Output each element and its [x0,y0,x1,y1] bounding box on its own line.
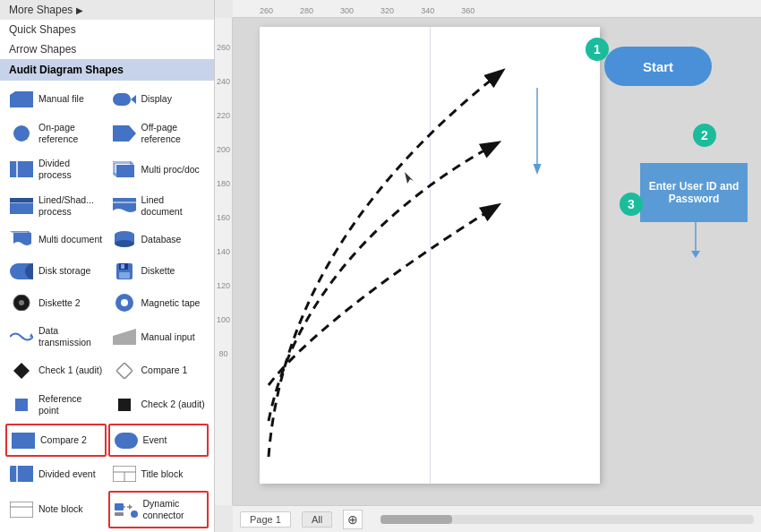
shape-title-block[interactable]: Title block [108,459,209,488]
shape-display[interactable]: Display [108,84,209,114]
shape-off-page-ref[interactable]: Off-page reference [108,116,209,150]
svg-marker-50 [405,172,414,184]
canvas-main[interactable]: Start 1 2 Enter User ID and Password 3 [233,18,761,505]
svg-rect-33 [118,399,131,411]
title-block-label: Title block [141,468,184,480]
all-tab[interactable]: All [302,511,332,528]
shape-compare1[interactable]: Compare 1 [108,356,209,385]
shape-disk-storage[interactable]: Disk storage [5,256,107,286]
shape-multi-proc-doc[interactable]: Multi proc/doc [108,152,209,186]
compare2-icon [11,432,36,450]
event-icon [114,432,139,450]
display-label: Display [141,93,172,105]
reference-point-label: Reference point [38,393,103,416]
divided-event-icon [9,465,34,483]
dynamic-connector-label: Dynamic connector [143,498,204,520]
shape-diskette2[interactable]: Diskette 2 [5,287,107,317]
svg-marker-31 [116,363,133,379]
svg-rect-36 [10,466,33,482]
shape-divided-process[interactable]: Divided process [5,152,107,186]
check2-audit-icon [112,396,137,414]
manual-input-label: Manual input [141,331,195,343]
note-block-icon [9,501,34,519]
shape-compare2[interactable]: Compare 2 [5,424,107,457]
shape-multi-document[interactable]: Multi document [5,225,107,254]
disk-storage-label: Disk storage [38,265,90,277]
arrow-shapes-item[interactable]: Arrow Shapes [0,39,214,59]
svg-marker-0 [10,91,33,107]
svg-rect-34 [12,433,35,449]
svg-point-27 [121,299,128,306]
shape-check1-audit[interactable]: Check 1 (audit) [5,356,107,385]
compare1-icon [112,362,137,380]
check2-audit-label: Check 2 (audit) [141,399,205,410]
shape-database[interactable]: Database [108,225,209,254]
off-page-ref-icon [112,124,137,142]
shape-note-block[interactable]: Note block [5,491,107,529]
shape-manual-input[interactable]: Manual input [108,320,209,354]
step-num-1: 1 [586,38,609,61]
svg-marker-28 [30,333,33,337]
canvas-ruler-left: 260 240 220 200 180 160 140 120 100 80 [215,18,233,505]
diskette-label: Diskette [141,265,175,277]
shape-magnetic-tape[interactable]: Magnetic tape [108,287,209,317]
divided-process-icon [9,160,34,178]
shape-event[interactable]: Event [108,424,209,457]
multi-document-icon [9,230,34,248]
shape-dynamic-connector[interactable]: Dynamic connector [108,491,209,529]
add-page-button[interactable]: ⊕ [343,510,363,529]
shapes-grid: Manual file Display On-page reference Of… [0,81,214,532]
svg-point-25 [19,300,24,305]
quick-shapes-item[interactable]: Quick Shapes [0,20,214,39]
data-transmission-icon [9,328,34,346]
database-icon [112,230,137,248]
disk-storage-icon [9,262,34,280]
manual-input-icon [112,328,137,346]
svg-marker-29 [113,329,136,345]
more-shapes-item[interactable]: More Shapes ▶ [0,0,214,20]
shape-on-page-ref[interactable]: On-page reference [5,116,107,150]
multi-proc-doc-label: Multi proc/doc [141,164,200,176]
shape-check2-audit[interactable]: Check 2 (audit) [108,387,209,421]
note-block-label: Note block [38,503,83,515]
scrollbar[interactable] [380,515,754,524]
shape-manual-file[interactable]: Manual file [5,84,107,114]
data-transmission-label: Data transmission [38,325,103,348]
shape-lined-shad-process[interactable]: Lined/Shad... process [5,188,107,222]
step-num-2: 2 [693,124,716,147]
shape-data-transmission[interactable]: Data transmission [5,320,107,354]
enter-user-node[interactable]: Enter User ID and Password [640,163,748,222]
svg-rect-44 [115,512,124,516]
event-label: Event [143,434,167,446]
compare1-label: Compare 1 [141,365,188,376]
bottom-bar: Page 1 All ⊕ [233,505,761,532]
start-node[interactable]: Start [604,47,712,86]
check1-audit-label: Check 1 (audit) [38,365,102,376]
reference-point-icon [9,396,34,414]
svg-marker-46 [129,504,133,510]
svg-marker-4 [113,125,136,142]
shape-divided-event[interactable]: Divided event [5,459,107,488]
page1-tab[interactable]: Page 1 [240,511,291,528]
check1-audit-icon [9,362,34,380]
arrow-shapes-label: Arrow Shapes [9,43,76,56]
on-page-ref-label: On-page reference [38,122,103,144]
svg-marker-30 [13,363,30,379]
svg-rect-22 [121,264,124,269]
svg-rect-43 [115,503,124,511]
shape-lined-document[interactable]: Lined document [108,188,209,222]
divided-process-label: Divided process [38,158,103,180]
svg-point-3 [13,125,30,142]
svg-marker-52 [691,251,700,258]
compare2-label: Compare 2 [40,434,87,446]
canvas-area: 260 280 300 320 340 360 260 240 220 200 … [215,0,761,532]
svg-rect-32 [15,399,28,411]
step-num-3: 3 [620,193,643,216]
svg-rect-5 [10,161,33,177]
add-page-icon: ⊕ [347,512,358,527]
shape-diskette[interactable]: Diskette [108,256,209,286]
svg-rect-41 [10,502,33,518]
shape-reference-point[interactable]: Reference point [5,387,107,421]
guide-line [430,27,431,484]
quick-shapes-label: Quick Shapes [9,23,76,36]
